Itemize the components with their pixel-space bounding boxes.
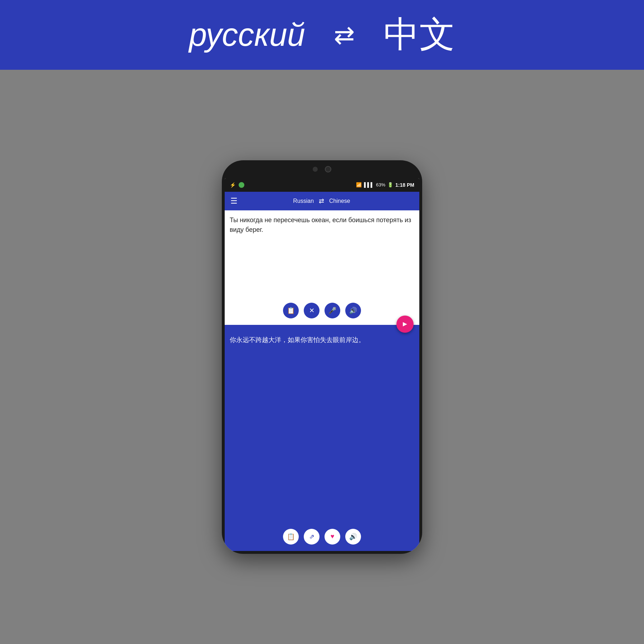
output-action-buttons: 📋 ⇗ ♥ 🔊 [230,525,414,546]
mic-icon: 🎤 [328,307,336,314]
phone-screen: ⚡ 📶 ▌▌▌ 63% 🔋 1:18 PM ☰ Russian ⇄ Chines… [225,178,419,551]
clipboard-button[interactable]: 📋 [283,303,299,318]
top-lang-left: русский [189,16,305,53]
phone-camera-area [313,166,331,172]
toolbar-language-row: Russian ⇄ Chinese [238,197,406,205]
speaker-icon-input: 🔊 [349,307,357,314]
copy-output-button[interactable]: 📋 [283,529,299,545]
wifi-icon: 📶 [356,182,362,187]
top-lang-right: 中文 [384,11,455,59]
send-icon: ► [401,320,409,328]
page-body: ⚡ 📶 ▌▌▌ 63% 🔋 1:18 PM ☰ Russian ⇄ Chines… [0,70,644,644]
speaker-button-output[interactable]: 🔊 [345,529,361,545]
input-text[interactable]: Ты никогда не пересечешь океан, если бои… [230,215,414,299]
status-bar: ⚡ 📶 ▌▌▌ 63% 🔋 1:18 PM [225,178,419,192]
battery-icon: 🔋 [387,182,393,187]
notification-icon [239,182,244,188]
clear-button[interactable]: ✕ [304,303,319,318]
phone-speaker-dot [313,167,318,172]
phone-camera [325,166,331,172]
close-icon: ✕ [309,307,314,314]
clipboard-icon: 📋 [287,307,295,314]
input-action-buttons: 📋 ✕ 🎤 🔊 [230,299,414,320]
input-area: Ты никогда не пересечешь океан, если бои… [225,210,419,325]
speaker-icon-output: 🔊 [349,533,357,541]
status-bar-left: ⚡ [230,182,244,188]
status-time: 1:18 PM [395,182,414,188]
speaker-button-input[interactable]: 🔊 [345,303,361,318]
toolbar-source-lang[interactable]: Russian [293,198,314,204]
signal-icon: ▌▌▌ [364,182,374,187]
app-toolbar: ☰ Russian ⇄ Chinese [225,192,419,210]
phone-top-area [222,160,422,178]
top-swap-icon: ⇄ [334,20,355,50]
share-icon: ⇗ [309,533,314,541]
battery-percent: 63% [376,182,385,187]
top-header: русский ⇄ 中文 [0,0,644,70]
phone-device: ⚡ 📶 ▌▌▌ 63% 🔋 1:18 PM ☰ Russian ⇄ Chines… [222,160,422,554]
heart-icon: ♥ [331,533,335,540]
usb-icon: ⚡ [230,182,236,188]
toolbar-target-lang[interactable]: Chinese [329,198,350,204]
hamburger-menu-icon[interactable]: ☰ [230,196,238,206]
translate-fab-button[interactable]: ► [396,316,414,333]
status-bar-right: 📶 ▌▌▌ 63% 🔋 1:18 PM [356,182,414,188]
toolbar-swap-icon[interactable]: ⇄ [319,197,324,205]
copy-icon: 📋 [287,533,295,541]
share-button[interactable]: ⇗ [304,529,319,545]
output-area: 你永远不跨越大洋，如果你害怕失去眼前岸边。 📋 ⇗ ♥ 🔊 [225,325,419,551]
microphone-button[interactable]: 🎤 [325,303,340,318]
output-text: 你永远不跨越大洋，如果你害怕失去眼前岸边。 [230,335,414,525]
favorite-button[interactable]: ♥ [325,529,340,545]
